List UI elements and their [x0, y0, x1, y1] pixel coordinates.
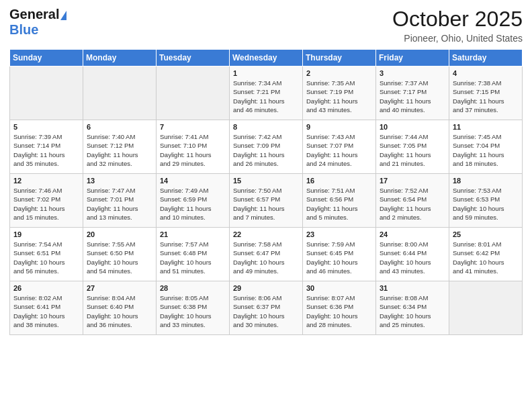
- day-info: Sunrise: 8:07 AM Sunset: 6:36 PM Dayligh…: [306, 293, 372, 329]
- day-number: 31: [380, 284, 445, 292]
- calendar-header: Sunday Monday Tuesday Wednesday Thursday…: [10, 50, 523, 66]
- table-row: 2Sunrise: 7:35 AM Sunset: 7:19 PM Daylig…: [303, 66, 376, 120]
- title-block: October 2025 Pioneer, Ohio, United State…: [392, 7, 523, 44]
- table-row: 22Sunrise: 7:58 AM Sunset: 6:47 PM Dayli…: [230, 228, 303, 281]
- day-info: Sunrise: 7:58 AM Sunset: 6:47 PM Dayligh…: [233, 240, 299, 275]
- day-number: 16: [306, 177, 372, 185]
- table-row: 8Sunrise: 7:42 AM Sunset: 7:09 PM Daylig…: [230, 120, 303, 174]
- day-info: Sunrise: 7:49 AM Sunset: 6:59 PM Dayligh…: [160, 186, 226, 222]
- table-row: 12Sunrise: 7:46 AM Sunset: 7:02 PM Dayli…: [10, 174, 83, 228]
- day-info: Sunrise: 8:04 AM Sunset: 6:40 PM Dayligh…: [87, 293, 152, 329]
- table-row: [83, 66, 157, 120]
- table-row: 1Sunrise: 7:34 AM Sunset: 7:21 PM Daylig…: [230, 66, 303, 120]
- table-row: 23Sunrise: 7:59 AM Sunset: 6:45 PM Dayli…: [303, 228, 376, 281]
- table-row: [157, 66, 230, 120]
- day-info: Sunrise: 7:38 AM Sunset: 7:15 PM Dayligh…: [453, 79, 519, 114]
- col-wednesday: Wednesday: [230, 50, 303, 66]
- table-row: 5Sunrise: 7:39 AM Sunset: 7:14 PM Daylig…: [10, 120, 83, 174]
- logo: General Blue: [9, 7, 66, 38]
- day-number: 18: [453, 177, 519, 185]
- day-number: 12: [13, 177, 79, 185]
- page-subtitle: Pioneer, Ohio, United States: [392, 33, 523, 44]
- table-row: 16Sunrise: 7:51 AM Sunset: 6:56 PM Dayli…: [303, 174, 376, 228]
- table-row: 27Sunrise: 8:04 AM Sunset: 6:40 PM Dayli…: [83, 281, 157, 335]
- day-info: Sunrise: 7:54 AM Sunset: 6:51 PM Dayligh…: [13, 240, 79, 275]
- day-info: Sunrise: 7:47 AM Sunset: 7:01 PM Dayligh…: [87, 186, 152, 222]
- day-number: 26: [13, 284, 79, 292]
- day-info: Sunrise: 7:45 AM Sunset: 7:04 PM Dayligh…: [453, 132, 519, 168]
- table-row: 10Sunrise: 7:44 AM Sunset: 7:05 PM Dayli…: [376, 120, 449, 174]
- table-row: 26Sunrise: 8:02 AM Sunset: 6:41 PM Dayli…: [10, 281, 83, 335]
- calendar-table: Sunday Monday Tuesday Wednesday Thursday…: [9, 49, 523, 335]
- table-row: 25Sunrise: 8:01 AM Sunset: 6:42 PM Dayli…: [449, 228, 523, 281]
- day-number: 23: [306, 230, 372, 238]
- table-row: 11Sunrise: 7:45 AM Sunset: 7:04 PM Dayli…: [449, 120, 523, 174]
- day-info: Sunrise: 7:34 AM Sunset: 7:21 PM Dayligh…: [233, 79, 299, 114]
- table-row: 20Sunrise: 7:55 AM Sunset: 6:50 PM Dayli…: [83, 228, 157, 281]
- calendar-body: 1Sunrise: 7:34 AM Sunset: 7:21 PM Daylig…: [10, 66, 523, 335]
- day-info: Sunrise: 7:50 AM Sunset: 6:57 PM Dayligh…: [233, 186, 299, 222]
- day-number: 7: [160, 123, 226, 131]
- day-info: Sunrise: 7:44 AM Sunset: 7:05 PM Dayligh…: [380, 132, 445, 168]
- table-row: 6Sunrise: 7:40 AM Sunset: 7:12 PM Daylig…: [83, 120, 157, 174]
- day-number: 4: [453, 69, 519, 77]
- logo-text-blue: Blue: [9, 22, 38, 37]
- day-number: 15: [233, 177, 299, 185]
- table-row: 3Sunrise: 7:37 AM Sunset: 7:17 PM Daylig…: [376, 66, 449, 120]
- day-number: 13: [87, 177, 152, 185]
- logo-arrow-icon: [60, 11, 66, 20]
- day-info: Sunrise: 7:46 AM Sunset: 7:02 PM Dayligh…: [13, 186, 79, 222]
- table-row: 24Sunrise: 8:00 AM Sunset: 6:44 PM Dayli…: [376, 228, 449, 281]
- day-number: 1: [233, 69, 299, 77]
- day-number: 28: [160, 284, 226, 292]
- day-number: 8: [233, 123, 299, 131]
- table-row: [10, 66, 83, 120]
- table-row: 7Sunrise: 7:41 AM Sunset: 7:10 PM Daylig…: [157, 120, 230, 174]
- table-row: 19Sunrise: 7:54 AM Sunset: 6:51 PM Dayli…: [10, 228, 83, 281]
- day-number: 9: [306, 123, 372, 131]
- page-header: General Blue October 2025 Pioneer, Ohio,…: [9, 7, 523, 44]
- day-info: Sunrise: 7:43 AM Sunset: 7:07 PM Dayligh…: [306, 132, 372, 168]
- day-info: Sunrise: 7:40 AM Sunset: 7:12 PM Dayligh…: [87, 132, 152, 168]
- day-number: 5: [13, 123, 79, 131]
- day-info: Sunrise: 8:06 AM Sunset: 6:37 PM Dayligh…: [233, 293, 299, 329]
- day-info: Sunrise: 7:41 AM Sunset: 7:10 PM Dayligh…: [160, 132, 226, 168]
- table-row: 30Sunrise: 8:07 AM Sunset: 6:36 PM Dayli…: [303, 281, 376, 335]
- table-row: 28Sunrise: 8:05 AM Sunset: 6:38 PM Dayli…: [157, 281, 230, 335]
- day-info: Sunrise: 8:05 AM Sunset: 6:38 PM Dayligh…: [160, 293, 226, 329]
- day-number: 30: [306, 284, 372, 292]
- col-thursday: Thursday: [303, 50, 376, 66]
- day-number: 3: [380, 69, 445, 77]
- day-number: 27: [87, 284, 152, 292]
- table-row: 14Sunrise: 7:49 AM Sunset: 6:59 PM Dayli…: [157, 174, 230, 228]
- logo-text-general: General: [9, 7, 59, 22]
- table-row: 17Sunrise: 7:52 AM Sunset: 6:54 PM Dayli…: [376, 174, 449, 228]
- day-info: Sunrise: 7:53 AM Sunset: 6:53 PM Dayligh…: [453, 186, 519, 222]
- day-number: 17: [380, 177, 445, 185]
- table-row: 18Sunrise: 7:53 AM Sunset: 6:53 PM Dayli…: [449, 174, 523, 228]
- day-info: Sunrise: 7:42 AM Sunset: 7:09 PM Dayligh…: [233, 132, 299, 168]
- day-info: Sunrise: 7:51 AM Sunset: 6:56 PM Dayligh…: [306, 186, 372, 222]
- table-row: 13Sunrise: 7:47 AM Sunset: 7:01 PM Dayli…: [83, 174, 157, 228]
- day-info: Sunrise: 7:55 AM Sunset: 6:50 PM Dayligh…: [87, 240, 152, 275]
- day-number: 11: [453, 123, 519, 131]
- day-number: 2: [306, 69, 372, 77]
- col-tuesday: Tuesday: [157, 50, 230, 66]
- col-saturday: Saturday: [449, 50, 523, 66]
- day-info: Sunrise: 7:35 AM Sunset: 7:19 PM Dayligh…: [306, 79, 372, 114]
- day-number: 20: [87, 230, 152, 238]
- table-row: 29Sunrise: 8:06 AM Sunset: 6:37 PM Dayli…: [230, 281, 303, 335]
- day-number: 10: [380, 123, 445, 131]
- day-info: Sunrise: 8:02 AM Sunset: 6:41 PM Dayligh…: [13, 293, 79, 329]
- day-number: 6: [87, 123, 152, 131]
- day-number: 24: [380, 230, 445, 238]
- day-info: Sunrise: 7:57 AM Sunset: 6:48 PM Dayligh…: [160, 240, 226, 275]
- table-row: 9Sunrise: 7:43 AM Sunset: 7:07 PM Daylig…: [303, 120, 376, 174]
- table-row: 31Sunrise: 8:08 AM Sunset: 6:34 PM Dayli…: [376, 281, 449, 335]
- day-number: 25: [453, 230, 519, 238]
- table-row: 4Sunrise: 7:38 AM Sunset: 7:15 PM Daylig…: [449, 66, 523, 120]
- col-monday: Monday: [83, 50, 157, 66]
- col-sunday: Sunday: [10, 50, 83, 66]
- day-number: 19: [13, 230, 79, 238]
- day-number: 14: [160, 177, 226, 185]
